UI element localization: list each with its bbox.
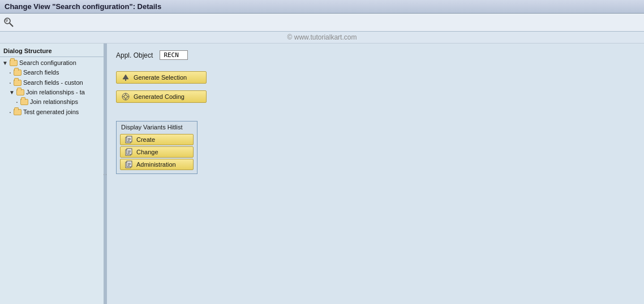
variants-administration-button[interactable]: Administration [120, 159, 194, 170]
change-icon [124, 148, 133, 156]
watermark-bar: © www.tutorialkart.com [0, 32, 644, 44]
variants-create-button[interactable]: Create [120, 134, 194, 145]
tree-arrow: ▼ [9, 89, 15, 95]
tree-label: Search configuration [19, 59, 76, 66]
generated-coding-label: Generated Coding [134, 93, 184, 100]
bullet: · [16, 97, 18, 106]
tree-item-join-relationships[interactable]: · Join relationships [0, 97, 104, 107]
tree-label: Join relationships - ta [26, 89, 85, 95]
svg-line-1 [10, 23, 13, 27]
change-label: Change [136, 149, 158, 155]
generate-selection-label: Generate Selection [134, 74, 187, 81]
folder-icon [13, 108, 22, 116]
tree-label: Test generated joins [23, 108, 79, 115]
page-title: Change View "Search configuration": Deta… [5, 2, 161, 11]
right-panel: Appl. Object RECN Generate Selection [107, 44, 644, 304]
create-label: Create [136, 136, 155, 143]
tool-icon[interactable] [3, 17, 15, 28]
create-icon [124, 136, 133, 144]
svg-point-5 [124, 95, 127, 98]
administration-icon [124, 160, 133, 168]
folder-icon [13, 79, 22, 86]
tree-arrow: ▼ [2, 60, 8, 66]
tree-label: Search fields - custon [23, 79, 83, 86]
tree-item-join-relationships-ta[interactable]: ▼ Join relationships - ta [0, 88, 104, 97]
bullet: · [9, 78, 11, 87]
bullet: · [9, 68, 11, 77]
svg-rect-3 [125, 79, 126, 81]
folder-icon [20, 98, 29, 106]
generate-selection-row: Generate Selection [116, 71, 635, 84]
watermark-text: © www.tutorialkart.com [287, 33, 357, 41]
bullet: · [9, 107, 11, 116]
dialog-structure-header: Dialog Structure [0, 46, 104, 57]
variants-hitlist-box: Display Variants Hitlist Create [116, 121, 198, 174]
variants-hitlist-title: Display Variants Hitlist [117, 121, 197, 133]
folder-icon [9, 59, 18, 67]
appl-object-value: RECN [160, 50, 188, 60]
variants-change-button[interactable]: Change [120, 146, 194, 158]
svg-marker-2 [123, 75, 128, 79]
folder-icon [13, 68, 22, 76]
appl-object-label: Appl. Object [116, 51, 153, 59]
coding-icon [121, 93, 130, 101]
administration-label: Administration [136, 161, 176, 168]
folder-icon [16, 88, 25, 96]
tree-item-search-fields-custom[interactable]: · Search fields - custon [0, 77, 104, 88]
generated-coding-row: Generated Coding [116, 90, 635, 103]
tree-item-test-generated-joins[interactable]: · Test generated joins [0, 107, 104, 117]
tree-label: Join relationships [30, 98, 78, 105]
main-area: Dialog Structure ▼ Search configuration … [0, 44, 644, 304]
generated-coding-button[interactable]: Generated Coding [116, 90, 207, 103]
title-bar: Change View "Search configuration": Deta… [0, 0, 644, 14]
toolbar [0, 14, 644, 32]
arrow-up-icon [121, 73, 130, 81]
variants-buttons: Create Change [117, 133, 197, 173]
tree-label: Search fields [23, 69, 59, 76]
tree-item-search-configuration[interactable]: ▼ Search configuration [0, 58, 104, 67]
generate-selection-button[interactable]: Generate Selection [116, 71, 207, 84]
tree-item-search-fields[interactable]: · Search fields [0, 67, 104, 77]
appl-object-row: Appl. Object RECN [116, 50, 635, 60]
left-panel: Dialog Structure ▼ Search configuration … [0, 44, 105, 304]
